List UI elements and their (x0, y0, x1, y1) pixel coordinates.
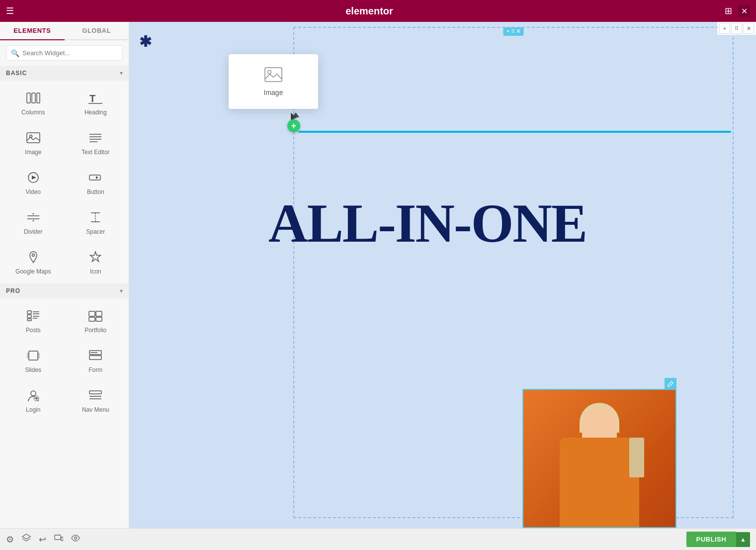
publish-dropdown-button[interactable]: ▲ (736, 532, 750, 547)
svg-rect-49 (265, 68, 282, 82)
canvas-toolbar: + ⠿ ✕ (717, 22, 756, 35)
widget-heading[interactable]: T Heading (65, 83, 127, 122)
widget-icon[interactable]: Icon (65, 242, 127, 281)
tab-elements[interactable]: ELEMENTS (0, 22, 65, 40)
section-handle-dots[interactable]: ⠿ (511, 28, 515, 35)
section-handle[interactable]: + ⠿ ✕ (503, 27, 523, 36)
section-handle-close[interactable]: ✕ (516, 28, 521, 35)
publish-button-wrapper: PUBLISH ▲ (686, 532, 750, 547)
svg-rect-36 (27, 353, 29, 359)
canvas-add-button[interactable]: + (719, 23, 730, 34)
widget-google-maps[interactable]: Google Maps (2, 242, 65, 281)
widget-divider[interactable]: Divider (2, 202, 65, 242)
canvas-close-button[interactable]: ✕ (743, 23, 754, 34)
widget-spacer[interactable]: Spacer (65, 202, 127, 242)
columns-icon (25, 91, 41, 105)
svg-marker-12 (32, 176, 36, 180)
widget-form[interactable]: Form (65, 340, 127, 380)
layers-icon[interactable] (22, 534, 31, 545)
svg-text:T: T (89, 93, 95, 104)
widget-video[interactable]: Video (2, 162, 65, 202)
bottom-bar: ⚙ ↩ PUBLISH ▲ (0, 528, 756, 550)
image-label: Image (25, 149, 41, 156)
svg-rect-24 (27, 311, 31, 314)
widget-posts[interactable]: Posts (2, 300, 65, 340)
video-icon (25, 171, 41, 184)
section-handle-plus[interactable]: + (506, 28, 509, 35)
widget-portfolio[interactable]: Portfolio (65, 300, 127, 340)
canvas-area: + ⠿ ✕ ✱ + ⠿ ✕ Image + (129, 22, 756, 528)
responsive-icon[interactable] (54, 534, 63, 545)
eye-icon[interactable] (71, 534, 80, 545)
floating-widget-label: Image (264, 89, 283, 96)
fashion-image (522, 389, 676, 528)
add-element-button[interactable]: + (287, 119, 300, 132)
svg-marker-17 (32, 220, 34, 221)
nav-menu-icon (87, 388, 103, 402)
canvas-move-button[interactable]: ⠿ (731, 23, 742, 34)
sweater-body (560, 438, 639, 527)
fringe (629, 438, 644, 477)
fashion-image-edit-button[interactable] (665, 378, 676, 390)
sidebar: ELEMENTS GLOBAL 🔍 BASIC ▾ Columns (0, 22, 129, 528)
widget-login[interactable]: Login (2, 380, 65, 420)
widget-columns[interactable]: Columns (2, 83, 65, 122)
widget-slides[interactable]: Slides (2, 340, 65, 380)
icon-label: Icon (90, 268, 101, 275)
svg-marker-16 (32, 213, 34, 215)
icon-widget-icon (87, 250, 103, 264)
sidebar-tabs: ELEMENTS GLOBAL (0, 22, 129, 40)
svg-marker-52 (22, 534, 30, 539)
divider-icon (25, 210, 41, 224)
svg-rect-2 (37, 93, 40, 103)
main-layout: ELEMENTS GLOBAL 🔍 BASIC ▾ Columns (0, 22, 756, 528)
widget-text-editor[interactable]: Text Editor (65, 122, 127, 162)
svg-rect-26 (27, 319, 31, 321)
svg-rect-39 (89, 356, 101, 360)
portfolio-label: Portfolio (84, 327, 106, 334)
login-label: Login (26, 406, 40, 413)
tab-global[interactable]: GLOBAL (65, 22, 129, 39)
search-input[interactable] (6, 45, 123, 61)
person-silhouette (550, 398, 649, 527)
settings-icon[interactable]: ⚙ (6, 534, 14, 545)
elementor-logo: elementor (20, 5, 719, 17)
history-icon[interactable]: ↩ (39, 534, 46, 545)
form-icon (87, 349, 103, 363)
svg-rect-5 (27, 133, 40, 143)
svg-rect-54 (61, 537, 63, 541)
svg-rect-32 (96, 311, 102, 316)
search-icon: 🔍 (11, 49, 19, 57)
basic-section-header[interactable]: BASIC ▾ (0, 66, 129, 81)
publish-button[interactable]: PUBLISH (686, 532, 737, 547)
drop-target-line (298, 131, 731, 133)
pro-widgets-grid: Posts Portfolio Slides For (0, 298, 129, 422)
svg-rect-25 (27, 315, 31, 318)
svg-point-50 (268, 70, 271, 74)
image-widget-icon (25, 131, 41, 145)
spacer-icon (87, 210, 103, 224)
widget-button[interactable]: Button (65, 162, 127, 202)
grid-icon[interactable]: ⊞ (725, 5, 732, 16)
svg-rect-34 (96, 317, 102, 321)
all-in-one-heading: ALL-IN-ONE (268, 196, 751, 251)
heading-label: Heading (84, 109, 107, 116)
close-top-icon[interactable]: ✕ (738, 5, 750, 17)
svg-marker-23 (90, 252, 101, 262)
widget-nav-menu[interactable]: Nav Menu (65, 380, 127, 420)
fashion-figure (523, 390, 675, 527)
pro-section-header[interactable]: PRO ▾ (0, 283, 129, 298)
nav-menu-label: Nav Menu (82, 406, 109, 413)
posts-label: Posts (26, 327, 41, 334)
widget-image[interactable]: Image (2, 122, 65, 162)
posts-icon (25, 309, 41, 323)
hamburger-icon[interactable]: ☰ (6, 5, 14, 16)
svg-rect-1 (32, 93, 35, 103)
floating-image-widget[interactable]: Image (229, 54, 318, 109)
basic-section-arrow: ▾ (120, 70, 123, 77)
google-maps-icon (25, 250, 41, 264)
svg-point-41 (31, 391, 36, 396)
divider-label: Divider (24, 228, 42, 235)
pro-section-title: PRO (6, 287, 20, 294)
basic-section-title: BASIC (6, 70, 27, 77)
